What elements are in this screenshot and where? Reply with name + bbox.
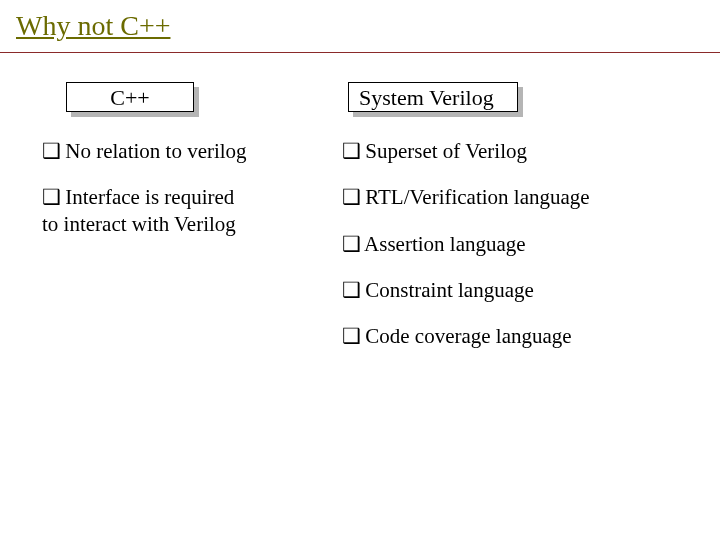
list-item-text: Constraint language [365,278,534,302]
list-item-text: Assertion language [364,232,526,256]
right-column: ❑ Superset of Verilog ❑ RTL/Verification… [342,138,682,369]
list-item: ❑ No relation to verilog [42,138,302,164]
list-item: ❑ Constraint language [342,277,682,303]
left-column: ❑ No relation to verilog ❑ Interface is … [42,138,302,257]
list-item-text-cont: to interact with Verilog [42,211,302,237]
list-item: ❑ Code coverage language [342,323,682,349]
list-item-text: Code coverage language [365,324,571,348]
list-item: ❑ Interface is required to interact with… [42,184,302,237]
square-bullet-icon: ❑ [342,231,360,257]
list-item: ❑ RTL/Verification language [342,184,682,210]
header-box-left: C++ [66,82,194,112]
square-bullet-icon: ❑ [342,184,360,210]
list-item: ❑ Superset of Verilog [342,138,682,164]
slide-title: Why not C++ [16,10,170,41]
square-bullet-icon: ❑ [42,138,60,164]
square-bullet-icon: ❑ [342,138,360,164]
list-item-text: Superset of Verilog [365,139,527,163]
square-bullet-icon: ❑ [342,277,360,303]
square-bullet-icon: ❑ [342,323,360,349]
list-item-text: Interface is required [65,185,234,209]
title-rule [0,52,720,53]
list-item-text: RTL/Verification language [365,185,589,209]
list-item: ❑ Assertion language [342,231,682,257]
header-box-right: System Verilog [348,82,518,112]
square-bullet-icon: ❑ [42,184,60,210]
list-item-text: No relation to verilog [65,139,246,163]
